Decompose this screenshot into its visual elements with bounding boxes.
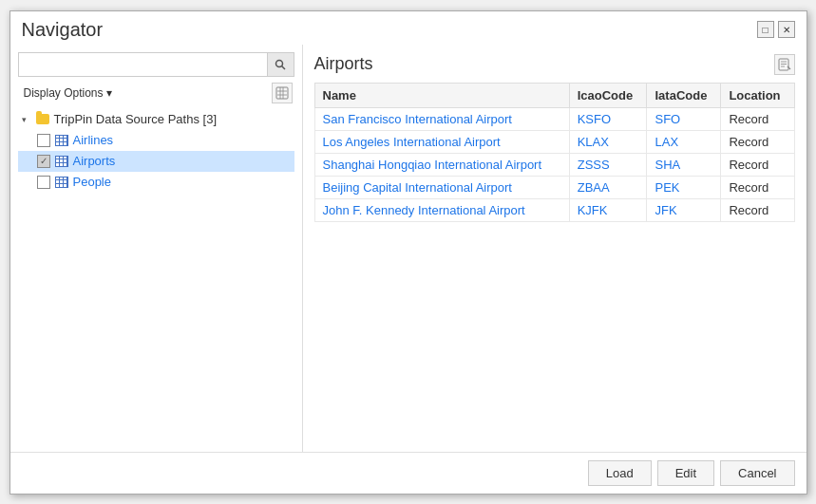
cell-location: Record [721,107,794,130]
checkbox-check-icon: ✓ [40,156,47,166]
search-button[interactable] [267,53,294,76]
tree-item-airlines[interactable]: Airlines [18,130,294,151]
tree-root-label: TripPin Data Source Paths [3] [54,112,218,126]
cell-icao: KSFO [569,107,647,130]
right-panel: Airports Name IcaoCode I [303,45,807,452]
tree-item-people[interactable]: People [18,172,294,193]
svg-rect-7 [779,59,788,70]
search-icon [275,59,286,70]
people-label: People [73,175,111,189]
chevron-down-icon: ▾ [106,86,112,100]
cell-iata: PEK [647,176,721,198]
table-header-row: Name IcaoCode IataCode Location [314,83,794,107]
footer: Load Edit Cancel [10,452,807,494]
cell-location: Record [721,153,794,176]
cell-location: Record [721,198,794,221]
people-checkbox[interactable] [37,176,50,189]
folder-icon [35,112,50,127]
airlines-label: Airlines [73,133,114,147]
cell-icao: ZBAA [569,176,647,198]
cell-iata: LAX [647,130,721,153]
panel-action-icon [778,58,791,71]
title-bar: Navigator □ ✕ [10,11,807,45]
table-row[interactable]: Beijing Capital International Airport ZB… [314,176,794,198]
load-button[interactable]: Load [588,460,652,486]
cell-icao: KJFK [569,198,647,221]
cell-location: Record [721,176,794,198]
display-options-button[interactable]: Display Options ▾ [20,84,116,102]
col-icao: IcaoCode [569,83,647,107]
tree-root: ▾ TripPin Data Source Paths [3] [18,109,294,193]
search-input[interactable] [19,53,267,75]
minimize-button[interactable]: □ [757,21,774,38]
table-row[interactable]: San Francisco International Airport KSFO… [314,107,794,130]
svg-point-0 [276,60,283,66]
display-options-row: Display Options ▾ [18,83,294,103]
cell-name: Los Angeles International Airport [314,130,569,153]
airports-table: Name IcaoCode IataCode Location San Fran… [314,83,795,222]
cell-icao: KLAX [569,130,647,153]
cell-name: Beijing Capital International Airport [314,176,569,198]
airports-table-icon [54,154,69,169]
window-controls: □ ✕ [757,21,795,38]
cell-location: Record [721,130,794,153]
col-location: Location [721,83,794,107]
cell-iata: SHA [647,153,721,176]
svg-line-1 [282,65,286,69]
add-datasource-button[interactable] [272,83,293,103]
panel-title: Airports [314,54,373,74]
display-options-label: Display Options [24,86,104,100]
tree-root-item[interactable]: ▾ TripPin Data Source Paths [3] [18,109,294,130]
table-row[interactable]: Shanghai Hongqiao International Airport … [314,153,794,176]
cell-icao: ZSSS [569,153,647,176]
table-row[interactable]: Los Angeles International Airport KLAX L… [314,130,794,153]
panel-action-button[interactable] [774,54,795,75]
main-content: Display Options ▾ [10,45,807,452]
airlines-table-icon [54,133,69,148]
airlines-checkbox[interactable] [37,134,50,147]
cell-name: Shanghai Hongqiao International Airport [314,153,569,176]
panel-header: Airports [314,54,795,75]
left-panel: Display Options ▾ [10,45,303,452]
airports-checkbox[interactable]: ✓ [37,155,50,168]
cancel-button[interactable]: Cancel [720,460,794,486]
search-bar [18,52,294,77]
expand-arrow-icon: ▾ [22,115,35,124]
cell-name: San Francisco International Airport [314,107,569,130]
col-name: Name [314,83,569,107]
close-button[interactable]: ✕ [778,21,795,38]
svg-rect-2 [276,87,288,99]
dialog-title: Navigator [22,19,104,41]
people-table-icon [54,175,69,190]
table-row[interactable]: John F. Kennedy International Airport KJ… [314,198,794,221]
cell-iata: JFK [647,198,721,221]
add-datasource-icon [275,86,289,100]
navigator-dialog: Navigator □ ✕ Display Options ▾ [9,10,807,495]
airports-label: Airports [73,154,116,168]
col-iata: IataCode [647,83,721,107]
cell-iata: SFO [647,107,721,130]
tree-area: ▾ TripPin Data Source Paths [3] [18,109,294,444]
tree-item-airports[interactable]: ✓ Airports [18,151,294,172]
edit-button[interactable]: Edit [657,460,714,486]
cell-name: John F. Kennedy International Airport [314,198,569,221]
